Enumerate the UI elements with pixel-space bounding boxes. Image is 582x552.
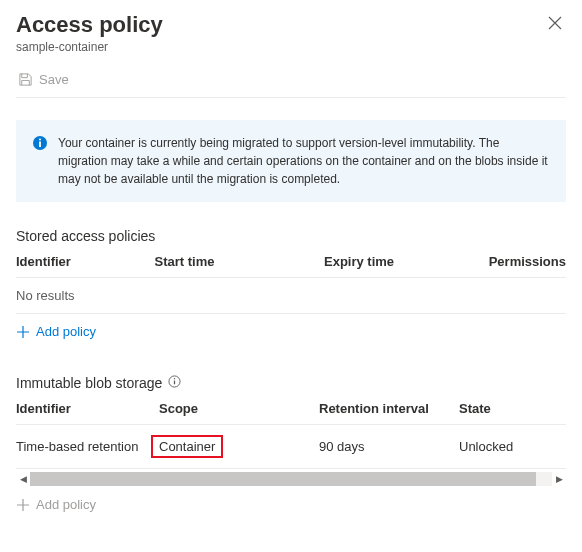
banner-message: Your container is currently being migrat…	[58, 134, 550, 188]
no-results-row: No results	[16, 278, 566, 314]
cell-scope: Container	[159, 435, 319, 458]
scroll-right-arrow[interactable]: ▶	[552, 472, 566, 486]
immutable-header: Identifier Scope Retention interval Stat…	[16, 401, 566, 425]
cell-identifier: Time-based retention	[16, 439, 159, 454]
col-identifier-2: Identifier	[16, 401, 159, 416]
scope-highlight: Container	[151, 435, 223, 458]
close-button[interactable]	[544, 12, 566, 37]
scroll-left-arrow[interactable]: ◀	[16, 472, 30, 486]
svg-point-1	[39, 139, 41, 141]
col-state: State	[459, 401, 566, 416]
add-immutable-policy-label: Add policy	[36, 497, 96, 512]
col-scope: Scope	[159, 401, 319, 416]
add-stored-policy-button[interactable]: Add policy	[16, 314, 96, 349]
toolbar: Save	[16, 68, 566, 98]
migration-banner: Your container is currently being migrat…	[16, 120, 566, 202]
table-row[interactable]: Time-based retention Container 90 days U…	[16, 425, 566, 469]
info-icon	[32, 135, 48, 188]
col-identifier: Identifier	[16, 254, 155, 269]
stored-policies-header: Identifier Start time Expiry time Permis…	[16, 254, 566, 278]
save-icon	[18, 72, 33, 87]
close-icon	[548, 16, 562, 30]
horizontal-scrollbar[interactable]: ◀ ▶	[16, 471, 566, 487]
save-label: Save	[39, 72, 69, 87]
add-immutable-policy-button[interactable]: Add policy	[16, 487, 96, 522]
save-button[interactable]: Save	[16, 68, 71, 91]
scroll-track[interactable]	[30, 472, 552, 486]
cell-retention: 90 days	[319, 439, 459, 454]
col-permissions: Permissions	[489, 254, 566, 269]
page-title: Access policy	[16, 12, 163, 38]
stored-policies-title: Stored access policies	[16, 228, 566, 244]
col-retention: Retention interval	[319, 401, 459, 416]
svg-rect-2	[39, 142, 41, 148]
svg-point-4	[174, 378, 175, 379]
plus-icon	[16, 498, 30, 512]
cell-state: Unlocked	[459, 439, 566, 454]
svg-rect-5	[174, 381, 175, 385]
plus-icon	[16, 325, 30, 339]
panel-header: Access policy sample-container	[16, 12, 566, 54]
container-name: sample-container	[16, 40, 163, 54]
add-stored-policy-label: Add policy	[36, 324, 96, 339]
col-expiry-time: Expiry time	[324, 254, 489, 269]
immutable-section-title: Immutable blob storage	[16, 375, 566, 391]
col-start-time: Start time	[155, 254, 325, 269]
immutable-title-text: Immutable blob storage	[16, 375, 162, 391]
info-circle-icon[interactable]	[168, 375, 181, 391]
scroll-thumb[interactable]	[30, 472, 536, 486]
